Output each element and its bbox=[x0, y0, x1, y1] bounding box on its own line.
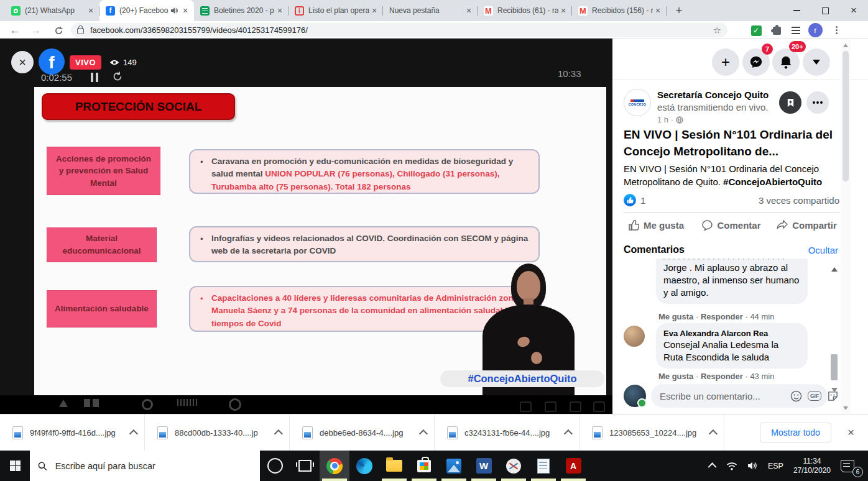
extension-check-icon[interactable] bbox=[750, 24, 762, 37]
page-avatar[interactable]: CONCEJO bbox=[624, 89, 651, 116]
taskbar-edge[interactable] bbox=[349, 451, 379, 481]
taskbar-store[interactable] bbox=[409, 451, 439, 481]
tab-close-icon[interactable] bbox=[464, 6, 474, 16]
commenter-name[interactable]: Eva Alexandra Alarcon Rea bbox=[663, 328, 800, 339]
language-indicator[interactable]: ESP bbox=[763, 451, 788, 481]
tab-close-icon[interactable] bbox=[653, 6, 663, 16]
player-settings-icon[interactable] bbox=[545, 401, 556, 412]
description-hashtag[interactable]: #ConcejoAbiertoQuito bbox=[723, 176, 822, 187]
tab-new[interactable]: Nueva pestaña bbox=[383, 0, 478, 21]
bookmark-star-icon[interactable] bbox=[713, 25, 721, 36]
tab-gmail-2[interactable]: Recibidos (156) - r bbox=[572, 0, 667, 21]
video-close-button[interactable] bbox=[11, 51, 34, 73]
chevron-up-icon[interactable] bbox=[564, 429, 573, 438]
window-minimize-button[interactable] bbox=[782, 0, 811, 21]
chevron-up-icon[interactable] bbox=[419, 429, 428, 438]
cortana-button[interactable] bbox=[260, 451, 290, 481]
task-view-button[interactable] bbox=[290, 451, 320, 481]
download-item[interactable]: c3243131-fb6e-44....jpg bbox=[435, 415, 579, 451]
chrome-menu-icon[interactable] bbox=[831, 24, 842, 36]
notifications-button[interactable] bbox=[772, 48, 800, 76]
download-item[interactable]: debbe6ed-8634-4....jpg bbox=[290, 415, 435, 451]
tab-audio-icon[interactable] bbox=[170, 7, 178, 14]
scroll-down-icon[interactable] bbox=[831, 388, 838, 392]
address-bar[interactable]: facebook.com/336598203155799/videos/4012… bbox=[71, 23, 727, 37]
download-item[interactable]: 123085653_10224....jpg bbox=[579, 415, 724, 451]
share-button[interactable]: Compartir bbox=[769, 214, 844, 236]
scrollbar-thumb[interactable] bbox=[843, 51, 849, 181]
comment-input-row[interactable]: GIF bbox=[651, 384, 828, 408]
tray-volume[interactable] bbox=[742, 451, 763, 481]
tab-news[interactable]: Listo el plan opera bbox=[289, 0, 383, 21]
player-fullscreen-icon[interactable] bbox=[570, 401, 581, 412]
comment-like-link[interactable]: Me gusta bbox=[658, 312, 701, 321]
save-video-button[interactable] bbox=[779, 91, 801, 114]
comment-like-link[interactable]: Me gusta bbox=[658, 372, 701, 381]
comment-button[interactable]: Comentar bbox=[694, 214, 769, 236]
page-scrollbar[interactable] bbox=[841, 39, 851, 414]
taskbar-notepad[interactable] bbox=[529, 451, 558, 481]
url-text[interactable]: facebook.com/336598203155799/videos/4012… bbox=[90, 25, 308, 35]
like-button[interactable]: Me gusta bbox=[619, 214, 694, 236]
taskbar-word[interactable] bbox=[469, 451, 499, 481]
comment-time[interactable]: 44 min bbox=[750, 312, 774, 321]
account-menu-button[interactable] bbox=[803, 48, 830, 76]
player-quality-icon[interactable] bbox=[520, 401, 532, 412]
tray-expand-button[interactable] bbox=[705, 451, 721, 481]
player-volume-icon[interactable] bbox=[593, 401, 605, 412]
like-count[interactable]: 1 bbox=[640, 195, 645, 206]
like-reaction-icon[interactable] bbox=[624, 194, 636, 206]
scroll-up-icon[interactable] bbox=[831, 267, 838, 272]
tab-close-icon[interactable] bbox=[180, 6, 190, 16]
tab-close-icon[interactable] bbox=[275, 6, 285, 16]
chevron-up-icon[interactable] bbox=[709, 429, 718, 438]
extensions-puzzle-icon[interactable] bbox=[770, 24, 783, 37]
scrollbar-thumb[interactable] bbox=[831, 354, 838, 380]
commenter-avatar[interactable] bbox=[624, 326, 645, 347]
tab-close-icon[interactable] bbox=[558, 6, 568, 16]
start-button[interactable] bbox=[0, 451, 30, 481]
tab-close-icon[interactable] bbox=[86, 6, 96, 16]
replay-button[interactable] bbox=[112, 71, 123, 85]
emoji-icon[interactable] bbox=[790, 390, 802, 402]
window-close-button[interactable] bbox=[839, 0, 868, 21]
comments-scrollbar[interactable] bbox=[829, 266, 839, 415]
comment-input[interactable] bbox=[658, 390, 785, 402]
action-center-button[interactable]: 6 bbox=[836, 451, 863, 481]
download-item[interactable]: 9f49f4f0-9ffd-416d....jpg bbox=[0, 415, 145, 451]
tray-network[interactable] bbox=[721, 451, 742, 481]
tab-sheets[interactable]: Boletines 2020 - p bbox=[194, 0, 289, 21]
new-tab-button[interactable] bbox=[670, 2, 688, 19]
taskbar-search[interactable] bbox=[30, 451, 260, 481]
gif-icon[interactable]: GIF bbox=[808, 391, 821, 401]
comment-reply-link[interactable]: Responder bbox=[701, 312, 750, 321]
hide-comments-link[interactable]: Ocultar bbox=[808, 245, 838, 255]
downloads-bar-close-icon[interactable] bbox=[847, 426, 854, 439]
page-name[interactable]: Secretaría Concejo Quito bbox=[657, 89, 769, 100]
taskbar-acrobat[interactable] bbox=[558, 451, 588, 481]
taskbar-photos[interactable] bbox=[439, 451, 469, 481]
extension-list-icon[interactable] bbox=[790, 24, 802, 37]
show-all-downloads-button[interactable]: Mostrar todo bbox=[760, 423, 831, 442]
scroll-up-icon[interactable] bbox=[843, 44, 848, 47]
taskbar-snipping-tool[interactable] bbox=[499, 451, 529, 481]
scroll-down-icon[interactable] bbox=[843, 406, 848, 410]
video-player[interactable]: PROTECCIÓN SOCIAL Acciones de promoción … bbox=[0, 39, 612, 414]
taskbar-chrome[interactable] bbox=[320, 451, 349, 481]
taskbar-file-explorer[interactable] bbox=[379, 451, 409, 481]
create-button[interactable] bbox=[712, 48, 739, 76]
pause-button[interactable] bbox=[91, 73, 99, 82]
taskbar-clock[interactable]: 11:34 27/10/2020 bbox=[788, 451, 836, 481]
share-count[interactable]: 3 veces compartido bbox=[759, 195, 839, 206]
tab-facebook-active[interactable]: (20+) Faceboo bbox=[99, 0, 194, 21]
chevron-up-icon[interactable] bbox=[129, 429, 138, 438]
forward-button[interactable] bbox=[29, 23, 44, 38]
refresh-button[interactable] bbox=[51, 23, 66, 38]
comment-reply-link[interactable]: Responder bbox=[701, 372, 750, 381]
post-options-button[interactable] bbox=[806, 91, 829, 114]
download-item[interactable]: 88cd00db-1333-40....jp bbox=[145, 415, 290, 451]
tab-whatsapp[interactable]: (21) WhatsApp bbox=[5, 0, 99, 21]
comment-time[interactable]: 43 min bbox=[750, 372, 774, 381]
back-button[interactable] bbox=[7, 23, 22, 38]
window-maximize-button[interactable] bbox=[811, 0, 839, 21]
